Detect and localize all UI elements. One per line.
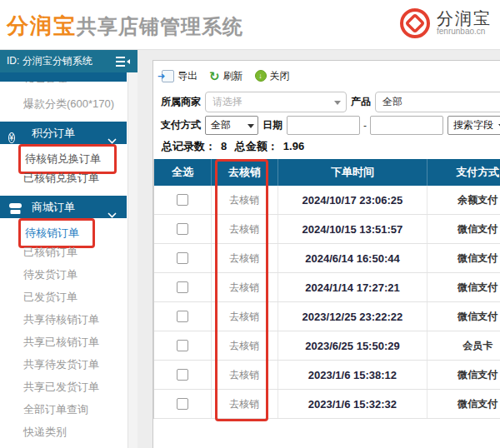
- sidebar-item-express-category[interactable]: 快递类别: [0, 421, 127, 443]
- order-time-cell: 2024/10/15 13:51:57: [278, 215, 428, 243]
- sidebar-item-label: 爆款分类(600*170): [23, 97, 114, 110]
- sidebar-item-label: 已核销订单: [23, 246, 78, 258]
- row-checkbox[interactable]: [177, 311, 188, 322]
- sidebar-item-label: 全部订单查询: [23, 403, 88, 416]
- refresh-button[interactable]: ↻ 刷新: [209, 69, 243, 83]
- sidebar-section-label: 积分订单: [32, 127, 75, 139]
- coin-logo-icon: [398, 7, 432, 40]
- collapse-menu-icon[interactable]: [114, 56, 131, 67]
- sidebar-item-label: 共享已发货订单: [23, 381, 99, 393]
- yen-icon: ¥: [8, 126, 22, 140]
- sidebar-item-gift-pack-management[interactable]: 礼包管理: [0, 72, 127, 92]
- column-header-select-all[interactable]: 全选: [154, 159, 212, 186]
- date-separator: -: [363, 120, 367, 132]
- app-window: 分润宝共享店铺管理系统 分润宝 fenrunbao.cn ID: 分润宝分销系统: [0, 0, 500, 448]
- sidebar-menu: 礼包管理 爆款分类(600*170)¥积分订单待核销兑换订单已核销兑换订单商城订…: [0, 72, 127, 443]
- checkbox-cell: [154, 215, 212, 243]
- logo-domain: fenrunbao.cn: [437, 27, 492, 37]
- payment-method-cell: 微信支付: [428, 361, 500, 389]
- verify-button[interactable]: 去核销: [212, 244, 278, 272]
- payment-method-cell: 微信支付: [428, 390, 500, 418]
- search-field-select[interactable]: 搜索字段: [448, 116, 500, 135]
- row-checkbox[interactable]: [177, 252, 188, 264]
- toolbar: 导出 ↻ 刷新 ↓ 关闭: [162, 67, 290, 85]
- sidebar-item-all-orders-query[interactable]: 全部订单查询: [0, 398, 127, 421]
- order-time-cell: 2024/10/17 23:06:25: [278, 186, 428, 214]
- row-checkbox[interactable]: [177, 194, 188, 206]
- row-checkbox[interactable]: [177, 223, 188, 235]
- merchant-select-value: 请选择: [212, 96, 242, 107]
- row-checkbox[interactable]: [177, 281, 188, 293]
- row-checkbox[interactable]: [177, 398, 188, 410]
- refresh-label: 刷新: [223, 69, 243, 83]
- close-button[interactable]: ↓ 关闭: [255, 69, 290, 83]
- verify-button[interactable]: 去核销: [212, 215, 278, 243]
- sidebar-item-verified-orders[interactable]: 已核销订单: [0, 241, 127, 263]
- row-checkbox[interactable]: [177, 340, 188, 351]
- verify-button[interactable]: 去核销: [212, 390, 278, 418]
- sidebar-item-pending-ship-orders[interactable]: 待发货订单: [0, 263, 127, 286]
- payment-method-cell: 微信支付: [428, 244, 500, 272]
- table-body: 去核销2024/10/17 23:06:25余额支付去核销2024/10/15 …: [154, 186, 500, 419]
- table-row: 去核销2024/10/15 13:51:57微信支付: [154, 215, 500, 244]
- checkbox-cell: [154, 361, 212, 389]
- records-value: 8: [221, 140, 227, 152]
- order-time-cell: 2023/12/25 23:22:22: [278, 302, 428, 331]
- verify-button[interactable]: 去核销: [212, 302, 278, 331]
- verify-button[interactable]: 去核销: [212, 331, 278, 360]
- table-row: 去核销2024/1/14 17:27:21微信支付: [154, 273, 500, 302]
- amount-label: 总金额：: [235, 140, 278, 152]
- table-row: 去核销2023/1/6 15:38:12微信支付: [154, 361, 500, 390]
- checkbox-cell: [154, 331, 212, 360]
- verify-button[interactable]: 去核销: [212, 361, 278, 389]
- checkbox-cell: [154, 273, 212, 301]
- checkbox-cell: [154, 390, 212, 418]
- verify-button[interactable]: 去核销: [212, 273, 278, 301]
- sidebar-scrollbar[interactable]: [128, 72, 138, 448]
- checkbox-cell: [154, 186, 212, 214]
- sidebar-item-shared-verified-orders[interactable]: 共享已核销订单: [0, 331, 127, 353]
- product-input[interactable]: 全部: [375, 92, 500, 112]
- column-header-order-time: 下单时间: [278, 159, 428, 186]
- sidebar-item-label: 共享待核销订单: [23, 313, 99, 326]
- payment-method-cell: 微信支付: [428, 302, 500, 331]
- orders-panel: 导出 ↻ 刷新 ↓ 关闭 所属商家 请选择 产品 全部 支付方式: [152, 60, 500, 448]
- sidebar-item-shared-shipped-orders[interactable]: 共享已发货订单: [0, 376, 127, 398]
- sidebar-item-verified-exchange-orders[interactable]: 已核销兑换订单: [0, 167, 127, 189]
- column-header-verify: 去核销: [212, 159, 278, 186]
- amount-value: 1.96: [283, 140, 304, 152]
- sidebar-item-shared-pending-verify-orders[interactable]: 共享待核销订单: [0, 308, 127, 331]
- payment-method-cell: 会员卡: [428, 331, 500, 360]
- summary-bar: 总记录数：8 总金额：1.96: [162, 139, 309, 154]
- row-checkbox[interactable]: [177, 369, 188, 381]
- sidebar-item-shared-pending-ship-orders[interactable]: 共享待发货订单: [0, 353, 127, 376]
- sidebar-item-hot-category[interactable]: 爆款分类(600*170): [0, 92, 127, 115]
- app-header: 分润宝共享店铺管理系统 分润宝 fenrunbao.cn: [0, 0, 500, 50]
- table-row: 去核销2023/6/25 15:50:29会员卡: [154, 331, 500, 361]
- store-icon: [8, 200, 22, 214]
- logo: 分润宝 fenrunbao.cn: [398, 7, 492, 40]
- date-label: 日期: [262, 118, 282, 132]
- table-row: 去核销2024/6/14 16:50:44微信支付: [154, 244, 500, 273]
- sidebar-section-divider: [0, 72, 127, 82]
- verify-button[interactable]: 去核销: [212, 186, 278, 214]
- column-header-payment-method: 支付方式: [428, 159, 500, 186]
- sidebar-item-pending-verify-orders[interactable]: 待核销订单: [0, 218, 127, 241]
- date-from-input[interactable]: [287, 116, 360, 135]
- payment-method-value: 全部: [211, 119, 231, 131]
- date-to-input[interactable]: [370, 116, 443, 135]
- sidebar-section-points-orders[interactable]: ¥积分订单: [0, 122, 127, 144]
- merchant-select[interactable]: 请选择: [205, 92, 347, 112]
- table-row: 去核销2024/10/17 23:06:25余额支付: [154, 186, 500, 215]
- close-icon: ↓: [255, 70, 267, 82]
- sidebar-section-mall-orders[interactable]: 商城订单: [0, 196, 127, 218]
- sidebar-item-shipped-orders[interactable]: 已发货订单: [0, 286, 127, 308]
- export-button[interactable]: 导出: [162, 69, 198, 83]
- sidebar-item-pending-verify-exchange-orders[interactable]: 待核销兑换订单: [0, 144, 127, 167]
- checkbox-cell: [154, 244, 212, 272]
- payment-method-cell: 微信支付: [428, 273, 500, 301]
- sidebar-id-bar: ID: 分润宝分销系统: [0, 50, 138, 72]
- sidebar-item-label: 共享已核销订单: [23, 336, 99, 348]
- payment-method-select[interactable]: 全部: [205, 116, 258, 135]
- sidebar-item-label: 共享待发货订单: [23, 358, 99, 371]
